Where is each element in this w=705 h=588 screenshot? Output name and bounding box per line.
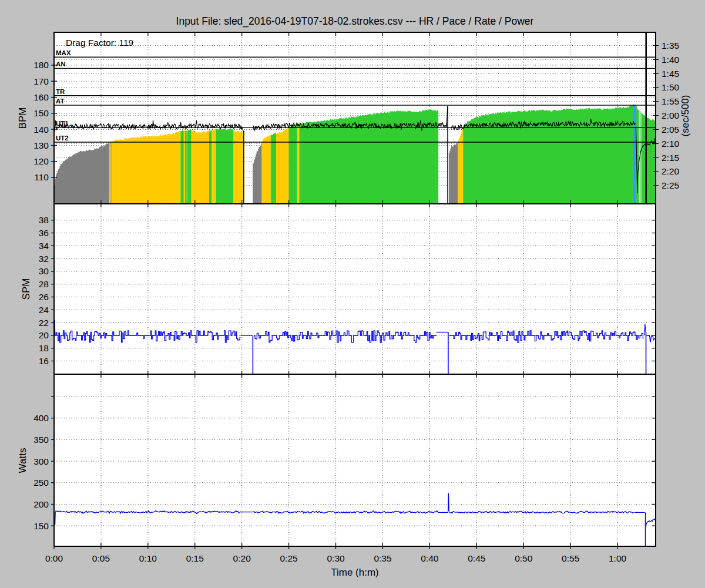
spm-tick-label: 32	[39, 254, 49, 264]
watts-tick-label: 250	[33, 478, 49, 488]
time-tick-label: 1:00	[609, 553, 627, 563]
pace-tick-label: 1:40	[662, 55, 680, 65]
time-tick-label: 0:10	[139, 553, 157, 563]
spm-tick-label: 34	[39, 241, 49, 251]
time-tick-label: 0:45	[468, 553, 485, 563]
time-tick-label: 0:25	[280, 553, 298, 563]
zone-label-an: AN	[56, 61, 66, 68]
watts-tick-label: 200	[33, 499, 49, 509]
spm-tick-label: 30	[39, 266, 49, 276]
zone-label-ut2: UT2	[56, 135, 69, 142]
pace-tick-label: 2:00	[662, 110, 680, 120]
watts-plot-area	[54, 374, 656, 546]
bpm-tick-label: 140	[33, 125, 49, 135]
time-tick-label: 0:50	[515, 553, 533, 563]
pace-tick-label: 1:45	[662, 69, 679, 79]
spm-tick-label: 22	[39, 318, 49, 328]
spm-axis-label: SPM	[21, 278, 32, 300]
bpm-tick-label: 160	[33, 92, 49, 102]
spm-tick-label: 16	[39, 356, 49, 366]
time-tick-label: 0:35	[374, 553, 391, 563]
figure-title: Input File: sled_2016-04-19T07-18-02.str…	[176, 15, 534, 28]
bpm-tick-label: 130	[33, 140, 49, 150]
pace-tick-label: 1:50	[662, 82, 680, 92]
watts-axis-label: Watts	[17, 448, 28, 473]
zone-label-tr: TR	[56, 88, 65, 95]
time-tick-label: 0:30	[327, 553, 345, 563]
pace-tick-label: 2:20	[662, 166, 680, 176]
time-tick-label: 0:20	[233, 553, 251, 563]
spm-tick-label: 20	[39, 330, 49, 340]
pace-tick-label: 1:55	[662, 96, 679, 106]
bpm-tick-label: 170	[33, 76, 49, 86]
time-tick-label: 0:55	[562, 553, 579, 563]
zone-label-at: AT	[56, 98, 64, 105]
pace-axis-label: (sec/500)	[680, 95, 691, 137]
spm-tick-label: 18	[39, 343, 49, 353]
spm-tick-label: 26	[39, 292, 49, 302]
time-tick-label: 0:00	[45, 553, 63, 563]
pace-tick-label: 1:35	[662, 41, 679, 51]
spm-plot-area	[54, 204, 656, 374]
bpm-tick-label: 110	[34, 172, 49, 182]
spm-tick-label: 38	[39, 215, 49, 225]
pace-tick-label: 2:25	[662, 180, 679, 190]
watts-tick-label: 400	[33, 413, 49, 423]
spm-tick-label: 36	[39, 228, 49, 238]
chart-canvas: MAXANTRATUT1UT21801701601501401301201101…	[0, 0, 705, 588]
pace-tick-label: 2:10	[662, 139, 680, 149]
spm-tick-label: 24	[39, 305, 49, 315]
drag-factor-label: Drag Factor: 119	[66, 38, 133, 48]
watts-tick-label: 350	[33, 435, 49, 445]
bpm-tick-label: 180	[33, 60, 49, 70]
time-axis-label: Time (h:m)	[331, 567, 379, 578]
bpm-tick-label: 120	[33, 156, 49, 166]
time-tick-label: 0:15	[186, 553, 204, 563]
figure-page: MAXANTRATUT1UT21801701601501401301201101…	[0, 0, 705, 588]
watts-tick-label: 150	[33, 521, 49, 531]
spm-tick-label: 28	[39, 279, 49, 289]
time-tick-label: 0:40	[421, 553, 439, 563]
time-tick-label: 0:05	[92, 553, 110, 563]
pace-tick-label: 2:15	[662, 153, 679, 163]
bpm-tick-label: 150	[33, 108, 49, 118]
pace-tick-label: 2:05	[662, 125, 679, 135]
bpm-axis-label: BPM	[17, 107, 28, 129]
watts-tick-label: 300	[33, 456, 49, 466]
zone-label-max: MAX	[56, 49, 71, 56]
